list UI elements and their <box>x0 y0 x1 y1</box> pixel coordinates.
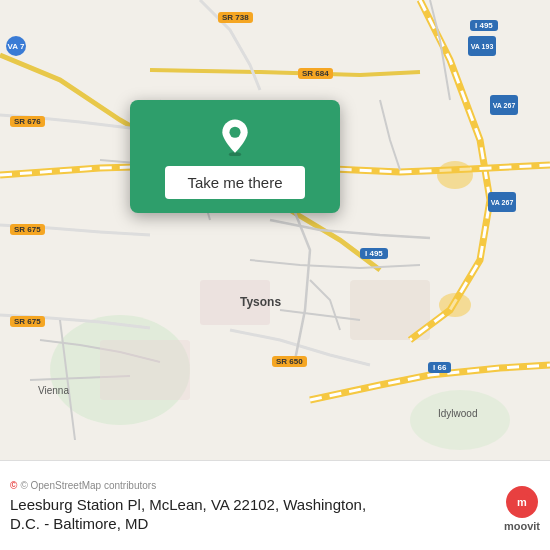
moovit-logo: m moovit <box>504 486 540 532</box>
va7-badge: VA 7 <box>6 36 26 56</box>
sr675-upper-badge: SR 675 <box>10 218 45 236</box>
take-me-there-button[interactable]: Take me there <box>165 166 304 199</box>
va267-top-badge: VA 267 <box>490 95 518 115</box>
idylwood-label: Idylwood <box>438 408 477 419</box>
i66-badge: I 66 <box>428 356 451 374</box>
osm-logo: © <box>10 480 17 491</box>
i495-mid-badge: I 495 <box>360 242 388 260</box>
map-roads <box>0 0 550 460</box>
svg-rect-5 <box>100 340 190 400</box>
map-container: Tysons Vienna Idylwood SR 738 I 495 VA 7… <box>0 0 550 460</box>
svg-point-6 <box>437 161 473 189</box>
location-pin-icon <box>216 118 254 156</box>
svg-text:m: m <box>517 496 527 508</box>
moovit-icon: m <box>506 486 538 518</box>
sr738-badge: SR 738 <box>218 6 253 24</box>
va193-badge: VA 193 <box>468 36 496 56</box>
tysons-label: Tysons <box>240 295 281 309</box>
attribution-text: © OpenStreetMap contributors <box>20 480 156 491</box>
svg-point-2 <box>410 390 510 450</box>
va267-mid-badge: VA 267 <box>488 192 516 212</box>
vienna-label: Vienna <box>38 385 69 396</box>
sr650-badge: SR 650 <box>272 350 307 368</box>
sr676-badge: SR 676 <box>10 110 45 128</box>
i495-top-badge: I 495 <box>470 14 498 32</box>
bottom-bar: © © OpenStreetMap contributors Leesburg … <box>0 460 550 550</box>
location-card: Take me there <box>130 100 340 213</box>
svg-point-9 <box>229 127 240 138</box>
moovit-text: moovit <box>504 520 540 532</box>
attribution-bar: © © OpenStreetMap contributors <box>10 480 540 491</box>
address-text: Leesburg Station Pl, McLean, VA 22102, W… <box>10 495 540 534</box>
sr684-badge: SR 684 <box>298 62 333 80</box>
sr675-lower-badge: SR 675 <box>10 310 45 328</box>
svg-point-7 <box>439 293 471 317</box>
